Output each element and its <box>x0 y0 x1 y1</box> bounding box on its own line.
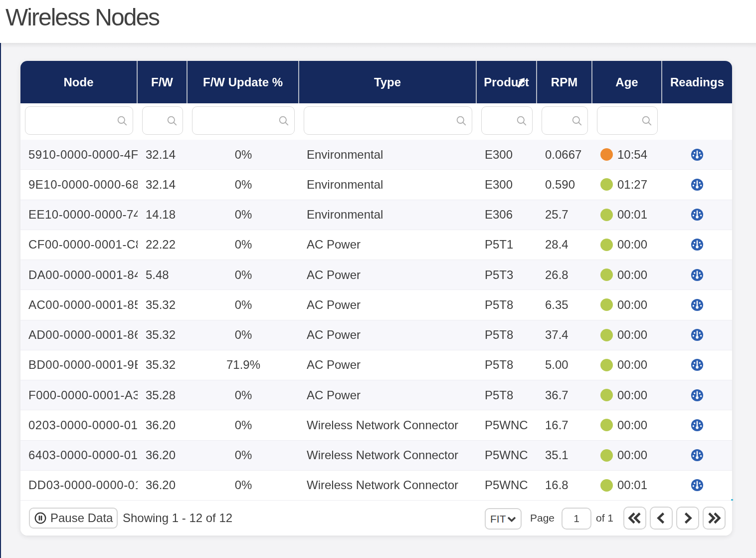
fw-cell: 32.14 <box>138 140 188 169</box>
product-cell: P5WNC <box>477 441 537 470</box>
column-header-fw[interactable]: F/W <box>138 61 188 103</box>
type-value: AC Power <box>307 298 361 312</box>
product-cell: E306 <box>477 200 537 230</box>
age-status-dot <box>600 148 613 161</box>
fw-cell: 35.28 <box>138 380 188 410</box>
last-page-button[interactable] <box>703 507 726 530</box>
age-status-dot <box>600 419 613 431</box>
fw-update-cell: 0% <box>188 410 299 440</box>
fw-update-cell: 71.9% <box>188 350 299 380</box>
readings-button[interactable] <box>690 268 705 282</box>
product-value: P5T8 <box>485 358 513 372</box>
fw-cell: 5.48 <box>138 260 188 289</box>
product-cell: P5T3 <box>477 260 537 289</box>
readings-gauge-icon <box>690 147 705 162</box>
readings-button[interactable] <box>690 388 705 403</box>
column-header-node[interactable]: Node <box>20 61 138 103</box>
readings-button[interactable] <box>690 448 705 463</box>
filter-input-fw_update[interactable] <box>198 107 276 134</box>
age-time: 00:01 <box>617 478 647 492</box>
filter-input-node[interactable] <box>31 107 115 134</box>
type-cell: AC Power <box>299 290 477 319</box>
filter-cell-readings <box>662 103 732 140</box>
readings-button[interactable] <box>690 147 705 162</box>
fw-update-cell: 0% <box>188 471 299 500</box>
first-page-button[interactable] <box>623 507 646 530</box>
type-value: AC Power <box>307 388 361 402</box>
product-cell: P5T8 <box>477 350 537 380</box>
node-cell: BD00-0000-0001-9BBB <box>20 350 138 380</box>
column-header-fw_update[interactable]: F/W Update % <box>188 61 299 103</box>
readings-button[interactable] <box>690 237 705 252</box>
age-cell: 00:00 <box>592 410 662 440</box>
page-label: Page <box>530 512 555 524</box>
node-cell: EE10-0000-0000-7444 <box>20 200 138 230</box>
product-value: P5T8 <box>485 298 513 312</box>
readings-button[interactable] <box>690 207 705 222</box>
table-row: AD00-0000-0001-866635.320%AC PowerP5T837… <box>20 320 732 350</box>
filter-input-fw[interactable] <box>149 107 165 134</box>
readings-button[interactable] <box>690 177 705 192</box>
type-cell: Environmental <box>299 170 477 199</box>
fw-update-value: 0% <box>235 238 252 252</box>
rpm-cell: 0.0667 <box>537 140 592 169</box>
readings-cell <box>662 230 732 260</box>
fw-update-cell: 0% <box>188 230 299 260</box>
product-cell: P5WNC <box>477 471 537 500</box>
readings-gauge-icon <box>690 388 705 403</box>
readings-gauge-icon <box>690 207 705 222</box>
column-header-product[interactable]: Product <box>477 61 537 103</box>
fw-update-value: 0% <box>235 268 252 282</box>
filter-cell-fw <box>138 103 188 140</box>
filter-input-rpm[interactable] <box>548 107 569 134</box>
fw-cell: 35.32 <box>138 350 188 380</box>
age-cell: 00:00 <box>592 350 662 380</box>
column-header-type[interactable]: Type <box>299 61 477 103</box>
filter-input-type[interactable] <box>310 107 454 134</box>
type-cell: Environmental <box>299 200 477 230</box>
table-filter-row <box>20 103 732 140</box>
search-icon <box>167 115 178 126</box>
filter-cell-type <box>299 103 477 140</box>
fw-value: 35.28 <box>146 388 176 402</box>
column-header-age[interactable]: Age <box>592 61 662 103</box>
fw-value: 36.20 <box>146 448 176 462</box>
age-status-dot <box>600 178 613 191</box>
readings-button[interactable] <box>690 297 705 312</box>
readings-cell <box>662 380 732 410</box>
page-number-input[interactable] <box>562 508 591 530</box>
node-cell: DD03-0000-0000-0153 <box>20 471 138 500</box>
type-cell: Wireless Network Connector <box>299 410 477 440</box>
search-icon <box>641 115 652 126</box>
column-header-readings[interactable]: Readings <box>662 61 732 103</box>
readings-button[interactable] <box>690 357 705 372</box>
wireless-nodes-table-card: NodeF/WF/W Update %TypeProductRPMAgeRead… <box>20 61 732 536</box>
fw-update-value: 0% <box>235 208 252 222</box>
fw-cell: 35.32 <box>138 320 188 350</box>
next-page-button[interactable] <box>676 507 699 530</box>
type-cell: AC Power <box>299 230 477 260</box>
column-header-rpm[interactable]: RPM <box>537 61 592 103</box>
rpm-cell: 36.7 <box>537 380 592 410</box>
readings-button[interactable] <box>690 327 705 342</box>
readings-gauge-icon <box>690 418 705 433</box>
rpm-cell: 6.35 <box>537 290 592 319</box>
readings-button[interactable] <box>690 478 705 493</box>
age-time: 00:01 <box>617 208 647 222</box>
double-chevron-right-icon <box>708 512 721 524</box>
age-cell: 00:01 <box>592 471 662 500</box>
fit-select[interactable]: FIT <box>485 508 522 530</box>
prev-page-button[interactable] <box>650 507 673 530</box>
fw-value: 32.14 <box>146 148 176 162</box>
age-status-dot <box>600 269 613 281</box>
readings-button[interactable] <box>690 418 705 433</box>
table-row: 6403-0000-0000-015336.200%Wireless Netwo… <box>20 441 732 471</box>
rpm-value: 0.0667 <box>545 148 581 162</box>
filter-input-product[interactable] <box>488 107 514 134</box>
filter-input-age[interactable] <box>603 107 639 134</box>
type-cell: AC Power <box>299 380 477 410</box>
pause-data-label: Pause Data <box>50 511 113 525</box>
age-cell: 00:00 <box>592 290 662 319</box>
age-cell: 01:27 <box>592 170 662 199</box>
pause-data-button[interactable]: Pause Data <box>29 508 118 529</box>
